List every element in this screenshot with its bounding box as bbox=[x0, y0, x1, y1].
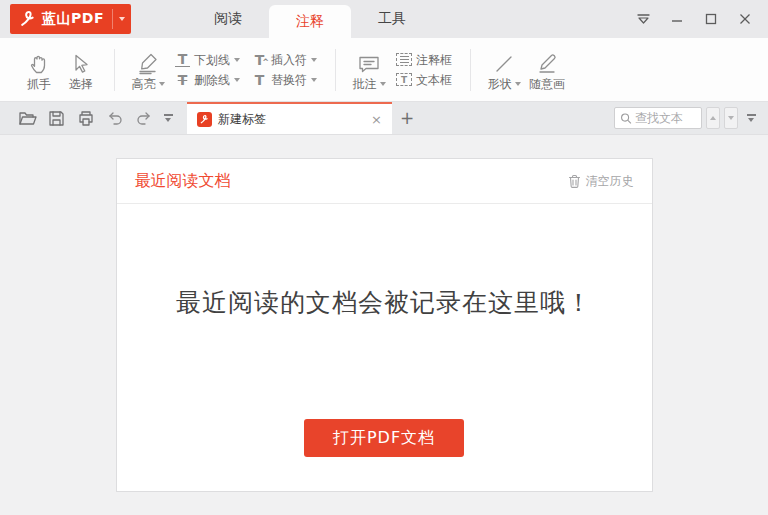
titlebar: 蓝山PDF 阅读 注释 工具 bbox=[0, 0, 768, 38]
collapse-ribbon-icon bbox=[637, 13, 650, 25]
open-pdf-button[interactable]: 打开PDF文档 bbox=[304, 419, 464, 457]
pdf-tab-logo-icon bbox=[197, 112, 212, 127]
search-options-button[interactable] bbox=[742, 107, 760, 129]
chevron-down-icon bbox=[119, 17, 125, 21]
select-tool-button[interactable]: 选择 bbox=[60, 48, 102, 92]
shape-tool-label: 形状 bbox=[488, 76, 512, 92]
document-tabbar: 新建标签 × + bbox=[0, 102, 768, 134]
caret-insert-label: 插入符 bbox=[271, 52, 307, 68]
caret-insert-tool-button[interactable]: T^ 插入符 bbox=[252, 52, 317, 68]
titlebar-spacer bbox=[433, 0, 626, 38]
panel-title: 最近阅读文档 bbox=[135, 171, 231, 192]
redo-button[interactable] bbox=[130, 105, 157, 131]
quick-access-toolbar bbox=[0, 102, 181, 134]
ribbon-separator bbox=[335, 49, 336, 91]
search-box[interactable] bbox=[614, 107, 702, 129]
highlight-tool-label: 高亮 bbox=[132, 76, 156, 92]
search-icon bbox=[620, 112, 632, 125]
redo-icon bbox=[135, 111, 153, 126]
highlight-tool-button[interactable]: 高亮 bbox=[127, 48, 169, 92]
note-box-tool-button[interactable]: 注释框 bbox=[396, 52, 452, 68]
comment-bubble-icon bbox=[356, 48, 382, 76]
search-input[interactable] bbox=[635, 111, 697, 125]
main-tabs: 阅读 注释 工具 bbox=[187, 0, 433, 38]
highlighter-icon bbox=[135, 48, 161, 76]
underline-icon: T bbox=[175, 52, 190, 67]
print-button[interactable] bbox=[72, 105, 99, 131]
replace-tool-button[interactable]: T 替换符 bbox=[252, 72, 317, 88]
chevron-down-icon bbox=[748, 118, 754, 122]
minimize-icon bbox=[671, 13, 683, 25]
chevron-down-icon bbox=[311, 78, 317, 82]
open-file-button[interactable] bbox=[14, 105, 41, 131]
caret-insert-icon: T^ bbox=[252, 53, 267, 67]
tabbar-spacer bbox=[422, 102, 614, 134]
collapse-ribbon-button[interactable] bbox=[626, 4, 660, 34]
text-box-tool-button[interactable]: T 文本框 bbox=[396, 72, 452, 88]
insert-replace-group: T^ 插入符 T 替换符 bbox=[252, 52, 317, 88]
underline-tool-button[interactable]: T 下划线 bbox=[175, 52, 240, 68]
freedraw-tool-button[interactable]: 随意画 bbox=[525, 48, 569, 92]
replace-label: 替换符 bbox=[271, 72, 307, 88]
shape-line-icon bbox=[492, 48, 516, 76]
undo-button[interactable] bbox=[101, 105, 128, 131]
chevron-down-icon bbox=[234, 58, 240, 62]
hand-tool-button[interactable]: 抓手 bbox=[18, 48, 60, 92]
save-button[interactable] bbox=[43, 105, 70, 131]
select-tool-label: 选择 bbox=[69, 76, 93, 92]
arrow-up-icon bbox=[710, 116, 716, 120]
maximize-icon bbox=[705, 13, 717, 25]
note-box-icon bbox=[396, 53, 412, 66]
chevron-down-icon bbox=[515, 82, 521, 86]
hand-icon bbox=[27, 48, 51, 76]
undo-icon bbox=[106, 111, 124, 126]
save-icon bbox=[48, 110, 65, 127]
app-logo-label: 蓝山PDF bbox=[42, 10, 104, 28]
hand-tool-label: 抓手 bbox=[27, 76, 51, 92]
maximize-button[interactable] bbox=[694, 4, 728, 34]
printer-icon bbox=[77, 110, 95, 127]
text-markup-group: T 下划线 T 删除线 bbox=[175, 52, 240, 88]
clear-history-label: 清空历史 bbox=[586, 173, 634, 190]
strikethrough-tool-button[interactable]: T 删除线 bbox=[175, 72, 240, 88]
find-next-button[interactable] bbox=[724, 107, 738, 129]
find-text-area bbox=[614, 102, 768, 134]
minimize-button[interactable] bbox=[660, 4, 694, 34]
text-box-icon: T bbox=[396, 73, 412, 86]
more-line-icon bbox=[164, 114, 173, 115]
panel-header: 最近阅读文档 清空历史 bbox=[117, 159, 652, 204]
replace-icon: T bbox=[252, 73, 267, 87]
app-menu-button[interactable]: 蓝山PDF bbox=[10, 4, 131, 34]
ribbon-separator bbox=[470, 49, 471, 91]
tab-close-icon[interactable]: × bbox=[369, 113, 384, 126]
tab-read[interactable]: 阅读 bbox=[187, 0, 269, 38]
empty-state-message: 最近阅读的文档会被记录在这里哦！ bbox=[176, 286, 592, 319]
logo-divider bbox=[112, 9, 113, 29]
document-tab-new[interactable]: 新建标签 × bbox=[187, 102, 392, 134]
find-previous-button[interactable] bbox=[706, 107, 720, 129]
box-annotation-group: 注释框 T 文本框 bbox=[396, 52, 452, 88]
chevron-down-icon bbox=[234, 78, 240, 82]
freedraw-tool-label: 随意画 bbox=[529, 76, 565, 92]
ribbon-separator bbox=[114, 49, 115, 91]
trash-icon bbox=[568, 174, 581, 188]
tab-annotate[interactable]: 注释 bbox=[269, 5, 351, 38]
comment-tool-button[interactable]: 批注 bbox=[348, 48, 390, 92]
open-folder-icon bbox=[18, 110, 37, 127]
chevron-down-icon bbox=[311, 58, 317, 62]
chevron-down-icon bbox=[165, 118, 171, 122]
chevron-down-icon bbox=[380, 82, 386, 86]
main-content: 最近阅读文档 清空历史 最近阅读的文档会被记录在这里哦！ 打开PDF文档 bbox=[0, 134, 768, 515]
arrow-down-icon bbox=[728, 116, 734, 120]
panel-body: 最近阅读的文档会被记录在这里哦！ 打开PDF文档 bbox=[117, 204, 652, 491]
clear-history-button[interactable]: 清空历史 bbox=[568, 173, 634, 190]
window-controls bbox=[626, 0, 768, 38]
more-line-icon bbox=[747, 114, 756, 115]
close-button[interactable] bbox=[728, 4, 762, 34]
new-tab-button[interactable]: + bbox=[392, 102, 422, 134]
toolbar-more-button[interactable] bbox=[159, 107, 177, 129]
app-logo-icon bbox=[18, 9, 38, 29]
tab-tools[interactable]: 工具 bbox=[351, 0, 433, 38]
shape-tool-button[interactable]: 形状 bbox=[483, 48, 525, 92]
underline-label: 下划线 bbox=[194, 52, 230, 68]
